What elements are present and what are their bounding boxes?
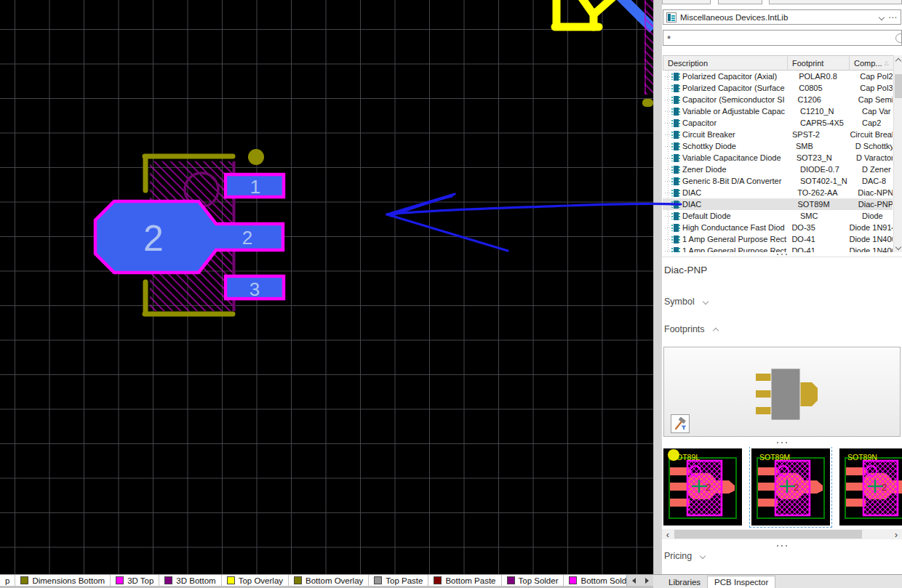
layer-tab-label: Top Paste [386,576,423,585]
component-icon [671,131,680,139]
chevron-up-icon [712,328,718,334]
table-row[interactable]: Zener Diode DIODE-0.7 D Zener [663,164,893,175]
pad-2[interactable] [95,201,283,273]
table-row[interactable]: Circuit Breaker SPST-2 Circuit Break [663,129,893,140]
pcb-drawing: 2 1 2 3 [0,0,653,574]
layer-tab-3d-bottom[interactable]: 3D Bottom [159,575,221,586]
splitter-handle[interactable] [777,254,787,255]
scrollbar-thumb[interactable] [674,530,862,539]
footprint-thumbnail[interactable]: 2 SOT89L [663,448,742,525]
section-footprints[interactable]: Footprints [664,324,721,334]
pcb-canvas[interactable]: 2 1 2 3 [0,0,653,574]
table-row[interactable]: Capacitor (Semiconductor SI C1206 Cap Se… [663,94,893,105]
section-footprints-label: Footprints [664,324,705,334]
table-row[interactable]: Schottky Diode SMB D Schottky [663,140,893,152]
table-row[interactable]: Variable Capacitance Diode SOT23_N D Var… [663,152,893,164]
component-icon [671,154,680,162]
column-header-description[interactable]: Description [663,56,788,70]
hatched-region-edge [644,0,653,94]
table-vertical-scrollbar[interactable] [893,55,902,252]
footprint-thumbnail[interactable]: 2 SOT89M [751,448,830,525]
section-symbol[interactable]: Symbol [664,297,711,307]
table-row[interactable]: Generic 8-Bit D/A Converter SOT402-1_N D… [663,175,893,187]
tab-libraries[interactable]: Libraries [662,576,707,588]
scroll-up-button[interactable] [894,55,902,66]
panel-toolbar-button-3[interactable] [769,0,902,4]
section-pricing[interactable]: Pricing [664,551,708,561]
cell-description: Zener Diode [682,165,797,174]
library-icon [666,12,676,23]
pad1-number: 1 [250,176,260,198]
layer-tab-top-overlay[interactable]: Top Overlay [222,575,289,586]
panel-splitter[interactable] [653,0,662,574]
tree-branch [665,251,671,251]
library-more-button[interactable]: ⋯ [888,12,898,23]
footprint-3d-preview[interactable] [663,347,901,437]
layer-tab-partial[interactable]: p [0,575,15,586]
selected-component-title: Diac-PNP [664,265,707,275]
cell-comp: Diode 1N400 [846,235,893,243]
layer-tab-label: 3D Bottom [176,576,215,585]
scrollbar-thumb[interactable] [895,74,902,98]
table-row[interactable]: Polarized Capacitor (Axial) POLAR0.8 Cap… [663,71,893,82]
component-icon [671,177,680,185]
component-search-box[interactable]: * [663,30,902,46]
column-header-comp[interactable]: Comp...△ [850,56,891,70]
cell-footprint: SOT402-1_N [797,177,859,185]
table-row[interactable]: High Conductance Fast Diod DO-35 Diode 1… [663,222,893,233]
panel-toolbar-button-1[interactable] [662,0,711,4]
component-icon [671,142,680,150]
cell-description: Variable or Adjustable Capac [682,107,797,116]
layer-tab-label: Bottom Paste [445,576,495,585]
tree-branch [665,239,671,240]
layer-color-swatch [569,576,577,584]
cell-footprint: SOT89M [795,200,855,209]
layer-tab-top-solder[interactable]: Top Solder [502,575,564,586]
tree-branch [665,169,671,170]
layer-tab-dimensions-bottom[interactable]: Dimensions Bottom [15,575,111,586]
splitter-handle[interactable] [777,442,787,443]
table-row[interactable]: Capacitor CAPR5-4X5 Cap2 [663,117,893,129]
component-icon [671,247,680,253]
table-row[interactable]: 1 Amp General Purpose Rect DO-41 Diode 1… [663,245,893,252]
layer-tab-bottom-paste[interactable]: Bottom Paste [428,575,501,586]
scroll-down-button[interactable] [894,241,902,252]
layer-tab-top-paste[interactable]: Top Paste [369,575,428,586]
cell-footprint: CAPR5-4X5 [797,118,859,127]
cell-comp: Cap Pol3 [857,84,893,92]
component-icon [671,119,680,127]
table-row[interactable]: DIAC TO-262-AA Diac-NPN [663,187,893,198]
thumbnails-scrollbar[interactable]: ‹ › [662,529,902,539]
pad2-big-number: 2 [143,218,164,259]
tree-branch [665,204,671,205]
layer-tab-bottom-overlay[interactable]: Bottom Overlay [289,575,369,586]
scroll-left-button[interactable]: ‹ [663,529,673,539]
cell-comp: Circuit Break [847,130,893,139]
library-selector[interactable]: Miscellaneous Devices.IntLib ⋯ [663,9,901,25]
footprint-tools-button[interactable] [671,414,690,433]
layer-tab-3d-top[interactable]: 3D Top [111,575,159,586]
footprint-thumbnail[interactable]: 2 SOT89N [839,448,902,525]
table-row[interactable]: DIAC SOT89M Diac-PNP [663,198,893,210]
cell-description: Capacitor [682,118,797,127]
panel-toolbar-button-2[interactable] [718,0,762,4]
svg-text:SOT89N: SOT89N [847,453,877,462]
layer-color-swatch [507,576,515,584]
svg-text:2: 2 [794,482,799,493]
cell-description: Polarized Capacitor (Axial) [682,72,796,81]
table-row[interactable]: Variable or Adjustable Capac C1210_N Cap… [663,105,893,117]
cell-footprint: POLAR0.8 [796,72,857,81]
splitter-handle[interactable] [777,545,787,547]
component-icon [671,189,680,197]
column-header-footprint[interactable]: Footprint [788,56,850,70]
scroll-right-button[interactable]: › [891,529,901,539]
scroll-left-icon[interactable] [632,578,636,584]
layer-tab-label: Top Solder [519,576,559,585]
tab-pcb-inspector[interactable]: PCB Inspector [707,576,775,588]
cell-footprint: C1210_N [797,107,859,116]
table-row[interactable]: Default Diode SMC Diode [663,210,893,222]
table-row[interactable]: Polarized Capacitor (Surface C0805 Cap P… [663,82,893,94]
component-icon [671,224,680,232]
scroll-right-icon[interactable] [645,578,649,584]
table-row[interactable]: 1 Amp General Purpose Rect DO-41 Diode 1… [663,233,893,245]
